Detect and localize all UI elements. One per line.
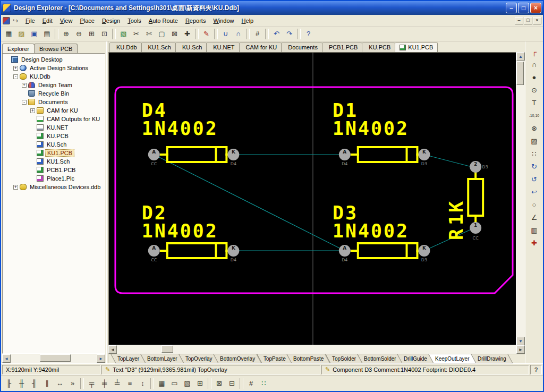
layer-tab[interactable]: BottomLayer bbox=[141, 354, 184, 363]
cut-icon[interactable]: ✂ bbox=[130, 28, 142, 40]
tree-item[interactable]: PCB1.PCB bbox=[3, 166, 105, 174]
align-right-icon[interactable]: ╢ bbox=[28, 378, 40, 389]
pcb-canvas[interactable]: D4 1N4002 A CC K D4 bbox=[108, 52, 516, 345]
distribute-horizontal-icon[interactable]: ∥ bbox=[41, 378, 53, 389]
zoom-point-icon[interactable]: ⊡ bbox=[98, 28, 110, 40]
move-region-icon[interactable]: ✚ bbox=[181, 28, 193, 40]
document-tab[interactable]: KU.Sch bbox=[175, 42, 207, 52]
mdi-restore-button[interactable]: □ bbox=[524, 17, 532, 24]
pad-tool-icon[interactable]: ⊙ bbox=[528, 84, 541, 96]
expand-toggle[interactable]: + bbox=[30, 108, 35, 113]
menu-item[interactable]: View bbox=[56, 16, 76, 25]
save-icon[interactable]: ▣ bbox=[28, 28, 40, 40]
layer-tab[interactable]: BottomOverlay bbox=[214, 354, 262, 363]
document-tab[interactable]: KU.PCB bbox=[362, 42, 395, 52]
scroll-right-icon[interactable]: ► bbox=[516, 345, 525, 354]
layer-tab[interactable]: BottomPaste bbox=[287, 354, 330, 363]
move-to-grid-icon[interactable]: ⊞ bbox=[194, 378, 206, 389]
layer-tab[interactable]: DrillGuide bbox=[397, 354, 434, 363]
ref-label[interactable]: R bbox=[446, 227, 467, 240]
arc-tool-icon[interactable]: ∩ bbox=[528, 58, 541, 70]
value-label[interactable]: 1N4002 bbox=[142, 220, 218, 242]
value-label[interactable]: 1N4002 bbox=[333, 118, 409, 139]
drc-shield-on-icon[interactable]: ∪ bbox=[219, 28, 232, 40]
menu-item[interactable]: Help bbox=[238, 16, 258, 25]
mdi-close-button[interactable]: × bbox=[533, 17, 541, 24]
board-preview-icon[interactable]: ▧ bbox=[117, 28, 130, 40]
space-vertical-icon[interactable]: ↕ bbox=[137, 378, 149, 389]
tree-item[interactable]: + Design Team bbox=[3, 81, 105, 89]
tree-item[interactable]: + Active Design Stations bbox=[3, 64, 105, 72]
scroll-thumb[interactable] bbox=[40, 354, 71, 362]
layer-tab[interactable]: TopOverlay bbox=[178, 354, 219, 363]
scroll-left-icon[interactable]: ◄ bbox=[2, 354, 11, 363]
tree-item[interactable]: - Documents bbox=[3, 98, 105, 106]
tree-item[interactable]: KU.NET bbox=[3, 123, 105, 132]
scroll-left-icon[interactable]: ◄ bbox=[108, 345, 117, 354]
arrange-outside-board-icon[interactable]: ▧ bbox=[181, 378, 193, 389]
units-toggle-icon[interactable]: ∷ bbox=[258, 378, 270, 389]
panel-horizontal-scrollbar[interactable]: ◄ ► bbox=[2, 354, 105, 363]
layer-tab[interactable]: DrillDrawing bbox=[471, 354, 513, 363]
knife-icon[interactable]: ✄ bbox=[143, 28, 155, 40]
print-icon[interactable]: ▤ bbox=[41, 28, 53, 40]
document-tab[interactable]: CAM for KU bbox=[239, 42, 282, 52]
menu-item[interactable]: Reports bbox=[182, 16, 210, 25]
tree-item[interactable]: KU1.Sch bbox=[3, 157, 105, 166]
menu-item[interactable]: File bbox=[22, 16, 39, 25]
zoom-area-icon[interactable]: ⊞ bbox=[86, 28, 98, 40]
coordinate-tool-icon[interactable]: ⊗ bbox=[528, 122, 541, 134]
status-help-icon[interactable]: ? bbox=[530, 365, 542, 374]
layer-tab[interactable]: TopLayer bbox=[110, 354, 146, 363]
value-label[interactable]: 1N4002 bbox=[333, 220, 409, 242]
maximize-button[interactable]: □ bbox=[518, 3, 529, 13]
document-tab[interactable]: KU1.PCB bbox=[395, 42, 438, 52]
cross-tool-icon[interactable]: ✚ bbox=[528, 237, 541, 249]
tree-item[interactable]: KU.Sch bbox=[3, 140, 105, 149]
menu-item[interactable]: Tools bbox=[124, 16, 145, 25]
value-label[interactable]: 1N4002 bbox=[142, 118, 218, 139]
tree-item[interactable]: Place1.Plc bbox=[3, 174, 105, 183]
scroll-right-icon[interactable]: ► bbox=[97, 354, 105, 363]
help-icon[interactable]: ? bbox=[302, 28, 314, 40]
drc-shield-off-icon[interactable]: ∩ bbox=[232, 28, 244, 40]
fill-tool-icon[interactable]: ▨ bbox=[528, 135, 541, 147]
expand-toggle[interactable]: + bbox=[22, 83, 27, 88]
dimension-tool-icon[interactable]: .10,10 bbox=[528, 109, 541, 121]
align-center-horizontal-icon[interactable]: ╫ bbox=[15, 378, 28, 389]
open-document-icon[interactable]: ▨ bbox=[15, 28, 28, 40]
paste-region-icon[interactable]: ▢ bbox=[156, 28, 168, 40]
tree-item[interactable]: KU1.PCB bbox=[3, 149, 105, 157]
menu-item[interactable]: Auto Route bbox=[145, 16, 182, 25]
zoom-out-icon[interactable]: ⊖ bbox=[73, 28, 85, 40]
close-button[interactable]: × bbox=[530, 3, 541, 13]
canvas-horizontal-scrollbar[interactable]: ◄ ► bbox=[108, 345, 525, 354]
align-left-icon[interactable]: ╟ bbox=[3, 378, 15, 389]
undo-icon[interactable]: ↶ bbox=[270, 28, 283, 40]
tree-item[interactable]: Recycle Bin bbox=[3, 89, 105, 98]
snap-to-grid-icon[interactable]: # bbox=[245, 378, 257, 389]
shrink-horizontal-icon[interactable]: » bbox=[66, 378, 79, 389]
tab-explorer[interactable]: Explorer bbox=[2, 44, 35, 53]
clear-region-icon[interactable]: ⊠ bbox=[168, 28, 181, 40]
expand-toggle[interactable]: + bbox=[13, 66, 18, 71]
document-tab[interactable]: KU.NET bbox=[206, 42, 239, 52]
arrange-within-room-icon[interactable]: ▦ bbox=[156, 378, 168, 389]
wire-pencil-icon[interactable]: ✎ bbox=[200, 28, 212, 40]
tree-item[interactable]: KU.PCB bbox=[3, 132, 105, 140]
expand-toggle[interactable]: + bbox=[13, 185, 18, 190]
document-tab[interactable]: Documents bbox=[281, 42, 322, 52]
minimize-button[interactable]: – bbox=[506, 3, 517, 13]
rotate-180-icon[interactable]: ↩ bbox=[528, 186, 541, 198]
tree-item[interactable]: CAM Outputs for KU bbox=[3, 115, 105, 123]
arrange-within-rectangle-icon[interactable]: ▭ bbox=[168, 378, 181, 389]
redo-icon[interactable]: ↷ bbox=[283, 28, 295, 40]
tree-item[interactable]: - KU.Ddb bbox=[3, 72, 105, 81]
space-horizontal-icon[interactable]: ↔ bbox=[54, 378, 66, 389]
layer-tab[interactable]: TopSolder bbox=[325, 354, 362, 363]
document-icon[interactable] bbox=[3, 17, 10, 24]
scroll-up-icon[interactable]: ▲ bbox=[516, 52, 525, 61]
menu-item[interactable]: Design bbox=[98, 16, 124, 25]
tree-item[interactable]: Design Desktop bbox=[3, 55, 105, 64]
menu-item[interactable]: Window bbox=[209, 16, 237, 25]
